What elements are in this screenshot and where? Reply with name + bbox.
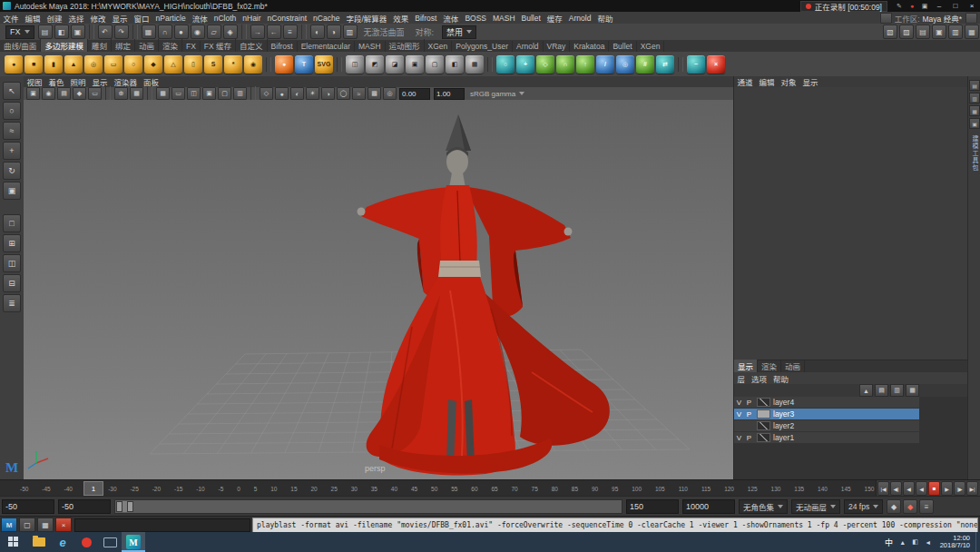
channel-box-toggle-icon[interactable]: ▥	[948, 25, 963, 39]
hidden-icons-chevron[interactable]: ▲	[897, 539, 909, 546]
bookmarks-icon[interactable]: ◆	[73, 87, 86, 100]
layer-menu-层[interactable]: 层	[734, 373, 749, 384]
rotate-tool-icon[interactable]: ↻	[3, 162, 21, 180]
range-end-handle[interactable]	[127, 501, 133, 512]
textured-icon[interactable]: ◐	[290, 87, 304, 100]
target-weld-icon[interactable]: ◎	[616, 55, 634, 74]
open-scene-icon[interactable]: ◧	[54, 25, 69, 39]
current-frame-marker[interactable]: 1	[83, 481, 103, 496]
grid-view-icon[interactable]: ▦	[37, 518, 54, 532]
menu-帮助[interactable]: 帮助	[594, 13, 616, 24]
lock-camera-icon[interactable]: ◉	[42, 87, 55, 100]
channel-box-menu-对象[interactable]: 对象	[778, 76, 799, 87]
resolution-gate-icon[interactable]: ◫	[187, 87, 201, 100]
layer-playback-toggle[interactable]: P	[744, 434, 754, 442]
poly-cone-icon[interactable]: ▲	[64, 55, 83, 74]
shelf-tab-VRay[interactable]: VRay	[544, 41, 571, 52]
shelf-tab-Polygons_User[interactable]: Polygons_User	[452, 41, 513, 52]
menu-文件[interactable]: 文件	[0, 13, 22, 24]
poly-disc-icon[interactable]: ○	[124, 55, 142, 74]
grid-toggle-icon[interactable]: ▦	[156, 87, 170, 100]
menu-nConstraint[interactable]: nConstraint	[264, 14, 309, 23]
menu-效果[interactable]: 效果	[390, 13, 412, 24]
menu-Bullet[interactable]: Bullet	[518, 14, 544, 23]
channel-box-body[interactable]	[734, 87, 968, 360]
bevel-icon[interactable]: ◇	[536, 55, 554, 74]
move-tool-icon[interactable]: +	[3, 142, 21, 160]
shelf-tab-XGen[interactable]: XGen	[425, 41, 453, 52]
shelf-tab-XGen[interactable]: XGen	[637, 41, 665, 52]
redo-icon[interactable]: ↷	[114, 25, 129, 39]
time-slider[interactable]: -50-45-40-35-30-25-20-15-10-505101520253…	[0, 479, 980, 497]
symmetry-selector[interactable]: 禁用	[442, 25, 476, 39]
render-current-frame-icon[interactable]: ◐	[310, 25, 325, 39]
taskbar-clock[interactable]: 12:00 2018/7/10	[935, 535, 975, 549]
single-pane-layout-icon[interactable]: □	[3, 214, 21, 232]
menu-流体[interactable]: 流体	[189, 13, 211, 24]
safe-title-icon[interactable]: ▥	[233, 87, 247, 100]
menu-MASH[interactable]: MASH	[490, 14, 519, 23]
soccer-ball-icon[interactable]: ◉	[244, 55, 262, 74]
range-start-handle[interactable]	[116, 501, 122, 512]
channel-box-menu-编辑[interactable]: 编辑	[756, 76, 778, 87]
shelf-tab-运动图形[interactable]: 运动图形	[386, 39, 425, 52]
ipr-render-icon[interactable]: ◑	[327, 25, 341, 39]
minimize-button[interactable]: –	[931, 0, 947, 12]
character-set-selector[interactable]: 无角色集	[739, 499, 788, 514]
bridge-icon[interactable]: ∩	[556, 55, 574, 74]
mirror-icon[interactable]: ⇄	[656, 55, 674, 74]
extrude-icon[interactable]: ↑	[576, 55, 594, 74]
poly-plane-icon[interactable]: ▭	[104, 55, 122, 74]
animation-end-field[interactable]	[682, 499, 735, 514]
shelf-tab-自定义[interactable]: 自定义	[236, 39, 268, 52]
scale-tool-icon[interactable]: ▣	[3, 182, 21, 200]
new-scene-icon[interactable]: ▤	[38, 25, 53, 39]
viewport-menu-着色[interactable]: 着色	[45, 76, 67, 87]
attribute-editor-toggle-icon[interactable]: ▤	[916, 25, 930, 39]
film-gate-icon[interactable]: ▭	[172, 87, 185, 100]
wireframe-icon[interactable]: ◇	[260, 87, 273, 100]
shaded-icon[interactable]: ●	[275, 87, 289, 100]
gate-mask-icon[interactable]: ▣	[202, 87, 216, 100]
construction-history-icon[interactable]: ≡	[283, 25, 298, 39]
menu-选择[interactable]: 选择	[65, 13, 87, 24]
shelf-tab-Elementacular[interactable]: Elementacular	[298, 41, 355, 52]
layer-color-swatch[interactable]	[757, 409, 770, 419]
shadows-icon[interactable]: ◑	[321, 87, 335, 100]
layer-playback-toggle[interactable]: P	[744, 410, 754, 419]
oversampling-icon[interactable]: ▦	[130, 87, 143, 100]
network-icon[interactable]: ◧	[909, 538, 922, 546]
anim-key-icon[interactable]: ◆	[887, 499, 901, 514]
step-forward-key-button[interactable]: ▶	[941, 481, 953, 496]
undo-icon[interactable]: ↶	[98, 25, 113, 39]
shelf-tab-Krakatoa[interactable]: Krakatoa	[570, 41, 609, 52]
screen-recorder-button[interactable]	[74, 532, 98, 552]
menu-字段/解算器[interactable]: 字段/解算器	[343, 13, 390, 24]
outliner-icon[interactable]: ≣	[3, 294, 21, 312]
isolate-select-icon[interactable]: ◎	[383, 87, 397, 100]
record-button-icon[interactable]: ●	[906, 1, 918, 11]
2d-pan-zoom-icon[interactable]: ⊕	[114, 87, 128, 100]
screenshot-camera-icon[interactable]: ▣	[918, 1, 931, 11]
close-button[interactable]: ×	[964, 0, 980, 12]
window-restore-icon[interactable]: ▢	[19, 518, 35, 532]
menu-修改[interactable]: 修改	[87, 13, 109, 24]
snap-curve-icon[interactable]: ∩	[158, 25, 172, 39]
output-connections-icon[interactable]: ←	[267, 25, 281, 39]
maximize-button[interactable]: □	[947, 0, 964, 12]
modeling-toolkit-vertical-tab[interactable]: 建模工具包	[970, 135, 979, 172]
layer-menu-选项[interactable]: 选项	[749, 373, 770, 384]
step-back-key-button[interactable]: ◀	[903, 481, 915, 496]
step-back-frame-button[interactable]: ◀|	[890, 481, 902, 496]
show-desktop-button[interactable]	[975, 532, 980, 552]
menu-Bifrost[interactable]: Bifrost	[412, 14, 440, 23]
channel-box-menu-显示[interactable]: 显示	[799, 76, 821, 87]
tool-settings-toggle-icon[interactable]: ▣	[932, 25, 946, 39]
viewport-menu-照明[interactable]: 照明	[67, 76, 89, 87]
poly-torus-icon[interactable]: ◎	[84, 55, 103, 74]
maya-taskbar-button[interactable]: M	[122, 532, 145, 552]
hypergraph-layout-icon[interactable]: ⊟	[3, 274, 21, 292]
poly-pipe-icon[interactable]: ▯	[184, 55, 202, 74]
make-live-icon[interactable]: ◈	[223, 25, 238, 39]
menu-创建[interactable]: 创建	[44, 13, 65, 24]
